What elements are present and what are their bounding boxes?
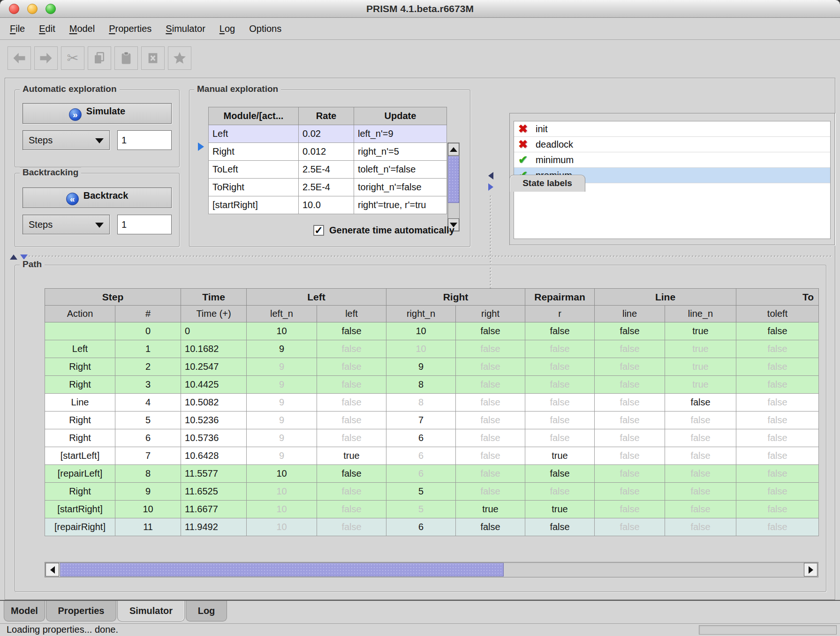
path-cell-right_n: 5 bbox=[386, 483, 456, 501]
path-cell-line: false bbox=[595, 429, 665, 447]
path-step-row[interactable]: Right911.652510false5falsefalsefalsefals… bbox=[45, 483, 819, 501]
manual-column-header[interactable]: Update bbox=[354, 107, 447, 125]
path-cell-r: false bbox=[525, 322, 595, 340]
horizontal-splitter[interactable] bbox=[7, 253, 833, 260]
path-column-header[interactable]: left_n bbox=[247, 306, 317, 322]
status-bar: Loading properties... done. bbox=[0, 623, 840, 636]
menu-simulator[interactable]: Simulator bbox=[159, 18, 212, 39]
manual-column-header[interactable]: Module/[act... bbox=[209, 107, 299, 125]
menu-properties[interactable]: Properties bbox=[102, 18, 159, 39]
simulator-panel: Automatic exploration »Simulate Steps Ba… bbox=[5, 78, 835, 600]
scroll-up-button[interactable] bbox=[448, 143, 459, 156]
path-step-row[interactable]: [startLeft]710.64289true6falsetruefalsef… bbox=[45, 447, 819, 465]
simulate-label: Simulate bbox=[86, 106, 125, 116]
state-label-deadlock[interactable]: ✖deadlock bbox=[514, 137, 830, 152]
cut-button[interactable]: ✂ bbox=[61, 46, 84, 70]
scroll-left-button[interactable] bbox=[45, 563, 59, 576]
undo-arrow-button[interactable] bbox=[8, 46, 31, 70]
splitter-collapse-left-icon[interactable] bbox=[488, 172, 493, 180]
generate-time-label: Generate time automatically bbox=[329, 225, 454, 236]
manual-transition-row[interactable]: ToLeft2.5E-4toleft_n'=false bbox=[209, 161, 447, 179]
manual-transition-row[interactable]: ToRight2.5E-4toright_n'=false bbox=[209, 179, 447, 196]
splitter-handle[interactable] bbox=[28, 254, 833, 259]
tab-state-labels[interactable]: State labels bbox=[509, 175, 585, 192]
scrollbar-thumb[interactable] bbox=[60, 563, 504, 576]
simulate-steps-combo[interactable]: Steps bbox=[23, 130, 110, 150]
backtrack-steps-combo[interactable]: Steps bbox=[23, 215, 110, 234]
tab-properties[interactable]: Properties bbox=[46, 601, 116, 621]
path-cell-line_n: false bbox=[665, 447, 736, 465]
path-cell-action: Line bbox=[45, 394, 115, 412]
path-cell-r: false bbox=[525, 483, 595, 501]
path-cell-time: 11.6677 bbox=[181, 501, 247, 518]
splitter-collapse-up-icon[interactable] bbox=[10, 254, 17, 260]
path-column-header[interactable]: Time (+) bbox=[181, 306, 247, 322]
path-column-header[interactable]: line bbox=[595, 306, 665, 322]
path-step-row[interactable]: 0010false10falsefalsefalsetruefalse bbox=[45, 322, 819, 340]
simulate-button[interactable]: »Simulate bbox=[23, 103, 172, 124]
path-column-header[interactable]: r bbox=[525, 306, 595, 322]
path-step-row[interactable]: Left110.16829false10falsefalsefalsetruef… bbox=[45, 340, 819, 358]
path-step-row[interactable]: Right610.57369false6falsefalsefalsefalse… bbox=[45, 429, 819, 447]
path-column-header[interactable]: right_n bbox=[386, 306, 456, 322]
path-column-header[interactable]: # bbox=[115, 306, 181, 322]
path-column-header[interactable]: toleft bbox=[736, 306, 819, 322]
state-label-minimum[interactable]: ✔minimum bbox=[514, 152, 830, 168]
path-cell-left_n: 9 bbox=[247, 412, 317, 429]
automatic-exploration-group: Automatic exploration »Simulate Steps bbox=[15, 90, 180, 167]
path-cell-time: 10.4425 bbox=[181, 376, 247, 394]
path-column-header[interactable]: left bbox=[317, 306, 386, 322]
path-cell-line: false bbox=[595, 447, 665, 465]
scroll-right-button[interactable] bbox=[804, 563, 817, 576]
path-cell-line: false bbox=[595, 483, 665, 501]
manual-table-scrollbar[interactable] bbox=[447, 142, 460, 232]
manual-column-header[interactable]: Rate bbox=[299, 107, 354, 125]
menu-file[interactable]: File bbox=[3, 18, 32, 39]
path-step-row[interactable]: Right510.52369false7falsefalsefalsefalse… bbox=[45, 412, 819, 429]
path-cell-right_n: 10 bbox=[386, 340, 456, 358]
path-cell-step-number: 4 bbox=[115, 394, 181, 412]
menu-edit[interactable]: Edit bbox=[32, 18, 62, 39]
path-cell-left: false bbox=[317, 518, 386, 536]
delete-button[interactable] bbox=[141, 46, 165, 70]
path-column-header[interactable]: right bbox=[456, 306, 525, 322]
manual-transition-row[interactable]: Left0.02left_n'=9 bbox=[209, 125, 447, 143]
path-step-row[interactable]: Right210.25479false9falsefalsefalsetruef… bbox=[45, 358, 819, 376]
path-step-row[interactable]: Line410.50829false8falsefalsefalsefalsef… bbox=[45, 394, 819, 412]
manual-cell-module: Right bbox=[209, 143, 299, 161]
path-cell-time: 10.5082 bbox=[181, 394, 247, 412]
generate-time-checkbox[interactable]: ✓ bbox=[313, 225, 324, 236]
scrollbar-thumb[interactable] bbox=[448, 156, 459, 203]
tab-simulator[interactable]: Simulator bbox=[117, 601, 185, 621]
state-label-init[interactable]: ✖init bbox=[514, 121, 830, 137]
manual-transition-row[interactable]: Right0.012right_n'=5 bbox=[209, 143, 447, 161]
path-step-row[interactable]: [repairRight]1111.949210false6falsefalse… bbox=[45, 518, 819, 536]
path-cell-r: true bbox=[525, 501, 595, 518]
backtrack-steps-input[interactable] bbox=[117, 215, 172, 234]
path-step-row[interactable]: Right310.44259false8falsefalsefalsetruef… bbox=[45, 376, 819, 394]
simulate-steps-input[interactable] bbox=[117, 130, 172, 150]
path-cell-step-number: 6 bbox=[115, 429, 181, 447]
menu-log[interactable]: Log bbox=[212, 18, 242, 39]
path-horizontal-scrollbar[interactable] bbox=[45, 562, 818, 577]
paste-button[interactable] bbox=[114, 46, 138, 70]
menu-options[interactable]: Options bbox=[242, 18, 288, 39]
path-group-header-line: Line bbox=[595, 289, 736, 306]
path-column-header[interactable]: line_n bbox=[665, 306, 736, 322]
path-cell-time: 0 bbox=[181, 322, 247, 340]
tab-log[interactable]: Log bbox=[186, 601, 227, 621]
path-step-row[interactable]: [repairLeft]811.557710false6falsefalsefa… bbox=[45, 465, 819, 483]
menu-model[interactable]: Model bbox=[62, 18, 102, 39]
redo-arrow-button[interactable] bbox=[34, 46, 58, 70]
state-label-name: init bbox=[536, 124, 548, 134]
manual-transition-row[interactable]: [startRight]10.0right'=true, r'=tru bbox=[209, 196, 447, 214]
star-button[interactable] bbox=[168, 46, 191, 70]
splitter-expand-right-icon[interactable] bbox=[488, 183, 493, 191]
path-cell-left_n: 9 bbox=[247, 358, 317, 376]
path-step-row[interactable]: [startRight]1011.667710false5truetruefal… bbox=[45, 501, 819, 518]
path-column-header[interactable]: Action bbox=[45, 306, 115, 322]
tab-model[interactable]: Model bbox=[4, 601, 45, 621]
backtrack-button[interactable]: «Backtrack bbox=[23, 187, 172, 208]
copy-button[interactable] bbox=[88, 46, 111, 70]
manual-cell-update: right'=true, r'=tru bbox=[354, 196, 447, 214]
